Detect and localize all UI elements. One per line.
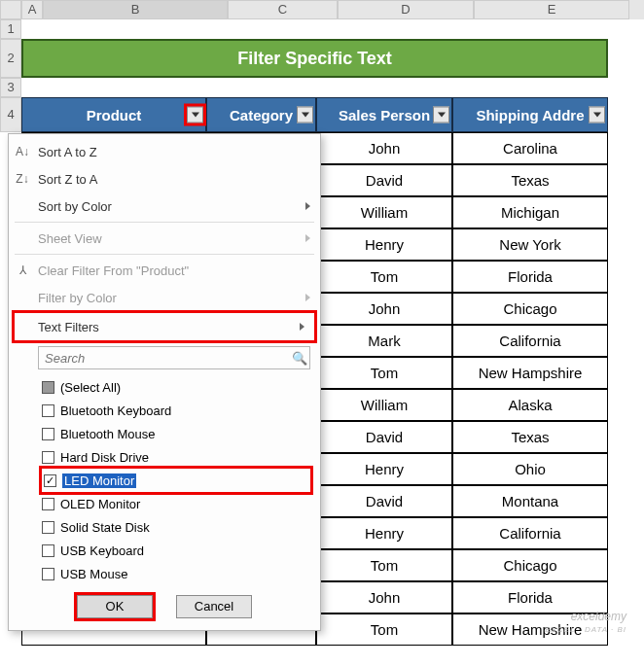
cell-sales[interactable]: John [316, 293, 452, 325]
checkbox-icon [42, 521, 54, 534]
chk-label: Solid State Disk [60, 520, 150, 535]
chevron-down-icon [438, 113, 446, 118]
cell-sales[interactable]: Tom [316, 613, 452, 646]
chevron-right-icon [300, 323, 304, 331]
checkbox-icon [42, 404, 54, 417]
text-filters[interactable]: Text Filters [15, 313, 314, 340]
checkbox-icon [42, 428, 54, 440]
filter-dropdown-sales[interactable] [433, 107, 449, 123]
cell-ship[interactable]: New Hampshire [452, 613, 608, 646]
chk-bluetooth-mouse[interactable]: Bluetooth Mouse [42, 422, 310, 445]
sheet-view: Sheet View [9, 225, 320, 252]
chk-label: Bluetooth Mouse [60, 427, 156, 441]
chk-label: Bluetooth Keyboard [60, 403, 171, 418]
cell-ship[interactable]: Chicago [452, 293, 608, 325]
cancel-button[interactable]: Cancel [176, 595, 252, 618]
cell-ship[interactable]: Florida [452, 581, 608, 613]
sort-by-color[interactable]: Sort by Color [9, 193, 320, 220]
col-header-a[interactable]: A [21, 0, 43, 19]
cell-sales[interactable]: Tom [316, 357, 452, 389]
chk-bluetooth-keyboard[interactable]: Bluetooth Keyboard [42, 399, 310, 422]
cell-sales[interactable]: David [316, 485, 452, 517]
page-title: Filter Specific Text [21, 39, 608, 78]
cell-ship[interactable]: Chicago [452, 549, 608, 581]
cell-sales[interactable]: John [316, 581, 452, 613]
cell-sales[interactable]: Henry [316, 453, 452, 485]
filter-search[interactable]: 🔍 [38, 346, 310, 369]
cell-sales[interactable]: John [316, 132, 452, 164]
cell-sales[interactable]: William [316, 389, 452, 421]
cell-ship[interactable]: New Hampshire [452, 357, 608, 389]
row-header-3[interactable]: 3 [0, 78, 21, 97]
cell-ship[interactable]: Florida [452, 261, 608, 293]
header-category: Category [206, 97, 316, 132]
col-header-c[interactable]: C [228, 0, 338, 19]
chk-hard-disk-drive[interactable]: Hard Disk Drive [42, 445, 310, 469]
cell-sales[interactable]: David [316, 421, 452, 453]
sort-za-icon: Z↓ [15, 172, 30, 186]
sort-by-color-label: Sort by Color [38, 199, 112, 214]
ok-button[interactable]: OK [77, 595, 153, 618]
chk-usb-mouse[interactable]: USB Mouse [42, 562, 310, 585]
chk-usb-keyboard[interactable]: USB Keyboard [42, 539, 310, 562]
chk-select-all[interactable]: (Select All) [42, 375, 310, 399]
select-all-corner[interactable] [0, 0, 21, 19]
chk-led-monitor[interactable]: LED Monitor [42, 469, 310, 492]
cell-ship[interactable]: Texas [452, 421, 608, 453]
sort-az-label: Sort A to Z [38, 145, 97, 159]
sort-za-label: Sort Z to A [38, 172, 97, 187]
filter-dropdown-product[interactable] [187, 107, 203, 123]
chk-oled-monitor[interactable]: OLED Monitor [42, 492, 310, 515]
chevron-down-icon [302, 113, 309, 118]
cell-ship[interactable]: Texas [452, 164, 608, 196]
col-header-d[interactable]: D [338, 0, 474, 19]
filter-menu: A↓ Sort A to Z Z↓ Sort Z to A Sort by Co… [8, 133, 321, 631]
clear-filter: ⅄ Clear Filter From "Product" [9, 257, 320, 284]
header-product-label: Product [87, 107, 142, 123]
cell-ship[interactable]: Michigan [452, 196, 608, 228]
chk-label: LED Monitor [62, 473, 136, 488]
cell-ship[interactable]: Montana [452, 485, 608, 517]
cell-ship[interactable]: Alaska [452, 389, 608, 421]
filter-dropdown-ship[interactable] [589, 107, 605, 123]
chevron-right-icon [305, 234, 310, 242]
sheet-view-label: Sheet View [38, 231, 102, 246]
menu-buttons: OK Cancel [9, 595, 320, 618]
cell-sales[interactable]: Tom [316, 261, 452, 293]
checkbox-icon [44, 474, 56, 487]
filter-by-color-label: Filter by Color [38, 291, 117, 305]
filter-dropdown-category[interactable] [297, 107, 313, 123]
header-sales-label: Sales Person [339, 107, 430, 123]
cell-sales[interactable]: David [316, 164, 452, 196]
sort-az[interactable]: A↓ Sort A to Z [9, 138, 320, 165]
cell-sales[interactable]: Henry [316, 228, 452, 261]
clear-filter-icon: ⅄ [15, 263, 30, 277]
cell-sales[interactable]: William [316, 196, 452, 228]
filter-search-input[interactable] [39, 351, 290, 366]
chk-label: USB Mouse [60, 567, 127, 581]
row-header-2[interactable]: 2 [0, 39, 21, 78]
cell-sales[interactable]: Tom [316, 549, 452, 581]
chk-label: USB Keyboard [60, 543, 144, 558]
search-icon: 🔍 [290, 351, 309, 366]
header-ship-label: Shipping Addre [476, 107, 584, 123]
text-filters-label: Text Filters [38, 320, 99, 334]
col-header-b[interactable]: B [43, 0, 228, 19]
cell-ship[interactable]: California [452, 325, 608, 357]
cell-ship[interactable]: California [452, 517, 608, 549]
checkbox-icon [42, 451, 54, 464]
checkbox-icon [42, 544, 54, 557]
cell-sales[interactable]: Henry [316, 517, 452, 549]
cell-sales[interactable]: Mark [316, 325, 452, 357]
sort-za[interactable]: Z↓ Sort Z to A [9, 165, 320, 193]
col-header-e[interactable]: E [474, 0, 629, 19]
cell-ship[interactable]: New York [452, 228, 608, 261]
chk-solid-state-disk[interactable]: Solid State Disk [42, 515, 310, 539]
row-header-1[interactable]: 1 [0, 19, 21, 39]
checkbox-icon [42, 498, 54, 510]
cell-ship[interactable]: Carolina [452, 132, 608, 164]
cell-ship[interactable]: Ohio [452, 453, 608, 485]
checkbox-icon [42, 568, 54, 580]
header-product: Product [21, 97, 206, 132]
row-header-4[interactable]: 4 [0, 97, 21, 132]
